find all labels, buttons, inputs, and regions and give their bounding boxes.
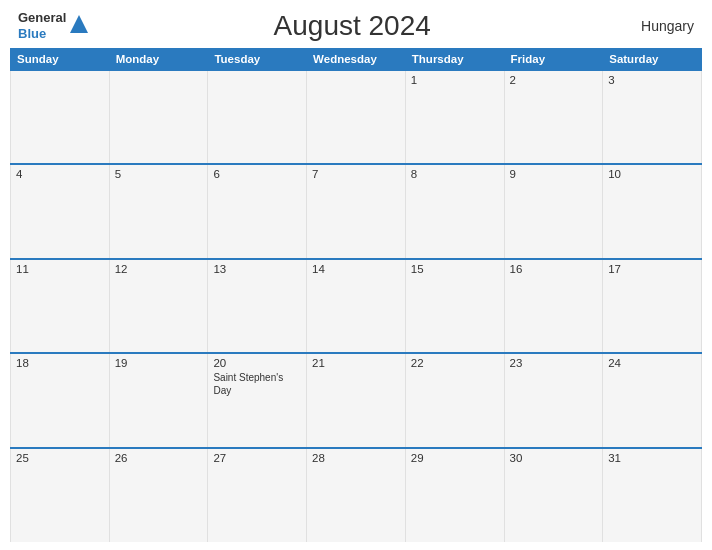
- day-cell: 19: [109, 353, 208, 447]
- day-number: 31: [608, 452, 696, 464]
- day-number: 19: [115, 357, 203, 369]
- logo-text: GeneralBlue: [18, 10, 66, 41]
- day-cell: 6: [208, 164, 307, 258]
- logo-icon: [68, 13, 90, 35]
- logo-blue: Blue: [18, 26, 46, 41]
- day-cell: 14: [307, 259, 406, 353]
- day-number: 26: [115, 452, 203, 464]
- day-cell: 9: [504, 164, 603, 258]
- day-cell: 18: [11, 353, 110, 447]
- day-number: 3: [608, 74, 696, 86]
- day-number: 4: [16, 168, 104, 180]
- day-number: 12: [115, 263, 203, 275]
- day-cell: 17: [603, 259, 702, 353]
- calendar-container: SundayMondayTuesdayWednesdayThursdayFrid…: [0, 48, 712, 550]
- page: GeneralBlue August 2024 Hungary SundayMo…: [0, 0, 712, 550]
- day-cell: 31: [603, 448, 702, 542]
- day-number: 22: [411, 357, 499, 369]
- weekday-header-friday: Friday: [504, 49, 603, 71]
- week-row-4: 181920Saint Stephen's Day21222324: [11, 353, 702, 447]
- day-number: 10: [608, 168, 696, 180]
- week-row-5: 25262728293031: [11, 448, 702, 542]
- day-number: 9: [510, 168, 598, 180]
- day-number: 7: [312, 168, 400, 180]
- svg-marker-0: [70, 15, 88, 33]
- day-cell: [208, 70, 307, 164]
- day-cell: 22: [405, 353, 504, 447]
- day-cell: 4: [11, 164, 110, 258]
- weekday-header-row: SundayMondayTuesdayWednesdayThursdayFrid…: [11, 49, 702, 71]
- logo: GeneralBlue: [18, 10, 90, 41]
- day-cell: [11, 70, 110, 164]
- week-row-2: 45678910: [11, 164, 702, 258]
- day-number: 17: [608, 263, 696, 275]
- day-cell: 20Saint Stephen's Day: [208, 353, 307, 447]
- weekday-header-saturday: Saturday: [603, 49, 702, 71]
- day-number: 21: [312, 357, 400, 369]
- day-number: 24: [608, 357, 696, 369]
- day-number: 13: [213, 263, 301, 275]
- day-cell: 12: [109, 259, 208, 353]
- day-number: 14: [312, 263, 400, 275]
- day-event-label: Saint Stephen's Day: [213, 371, 301, 397]
- day-cell: 7: [307, 164, 406, 258]
- day-cell: 15: [405, 259, 504, 353]
- day-cell: 13: [208, 259, 307, 353]
- calendar-title: August 2024: [90, 10, 614, 42]
- weekday-header-wednesday: Wednesday: [307, 49, 406, 71]
- day-cell: 28: [307, 448, 406, 542]
- day-number: 8: [411, 168, 499, 180]
- day-cell: 24: [603, 353, 702, 447]
- day-number: 29: [411, 452, 499, 464]
- day-number: 25: [16, 452, 104, 464]
- day-cell: 23: [504, 353, 603, 447]
- day-cell: 21: [307, 353, 406, 447]
- day-number: 23: [510, 357, 598, 369]
- calendar-table: SundayMondayTuesdayWednesdayThursdayFrid…: [10, 48, 702, 542]
- day-number: 15: [411, 263, 499, 275]
- day-number: 30: [510, 452, 598, 464]
- week-row-3: 11121314151617: [11, 259, 702, 353]
- day-cell: 8: [405, 164, 504, 258]
- day-cell: 16: [504, 259, 603, 353]
- day-cell: 27: [208, 448, 307, 542]
- weekday-header-tuesday: Tuesday: [208, 49, 307, 71]
- day-cell: 5: [109, 164, 208, 258]
- day-cell: 25: [11, 448, 110, 542]
- day-number: 11: [16, 263, 104, 275]
- week-row-1: 123: [11, 70, 702, 164]
- day-number: 1: [411, 74, 499, 86]
- day-cell: 10: [603, 164, 702, 258]
- day-cell: 3: [603, 70, 702, 164]
- header: GeneralBlue August 2024 Hungary: [0, 0, 712, 48]
- day-cell: 11: [11, 259, 110, 353]
- day-cell: [307, 70, 406, 164]
- weekday-header-thursday: Thursday: [405, 49, 504, 71]
- day-number: 5: [115, 168, 203, 180]
- day-cell: 30: [504, 448, 603, 542]
- day-cell: 1: [405, 70, 504, 164]
- day-cell: [109, 70, 208, 164]
- weekday-header-sunday: Sunday: [11, 49, 110, 71]
- day-number: 28: [312, 452, 400, 464]
- day-cell: 29: [405, 448, 504, 542]
- day-number: 16: [510, 263, 598, 275]
- day-number: 18: [16, 357, 104, 369]
- country-label: Hungary: [614, 18, 694, 34]
- day-number: 20: [213, 357, 301, 369]
- weekday-header-monday: Monday: [109, 49, 208, 71]
- day-number: 6: [213, 168, 301, 180]
- day-cell: 26: [109, 448, 208, 542]
- day-cell: 2: [504, 70, 603, 164]
- day-number: 2: [510, 74, 598, 86]
- day-number: 27: [213, 452, 301, 464]
